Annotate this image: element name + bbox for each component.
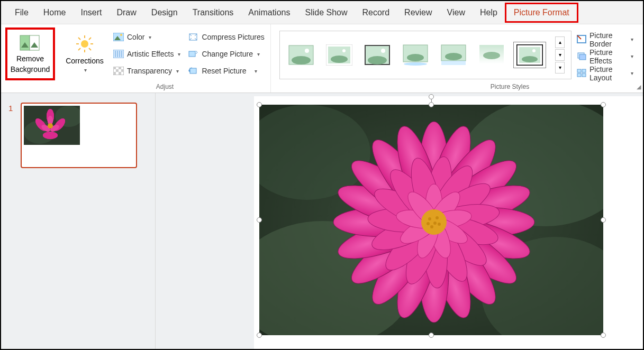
slide-thumbnail-panel: 1: [1, 93, 156, 349]
svg-point-134: [433, 222, 437, 225]
transparency-label: Transparency: [127, 67, 172, 75]
tab-view[interactable]: View: [440, 3, 473, 23]
compress-icon: [188, 32, 198, 42]
tab-help[interactable]: Help: [473, 3, 505, 23]
svg-rect-30: [190, 68, 196, 73]
styles-group-label: Picture Styles: [377, 83, 643, 90]
picture-styles-gallery: ▴ ▾ ▾: [279, 31, 572, 79]
reset-picture-icon: [188, 66, 198, 76]
transparency-button[interactable]: Transparency▾: [113, 63, 180, 78]
tab-home[interactable]: Home: [36, 3, 74, 23]
styles-dialog-launcher[interactable]: ◢: [637, 84, 641, 90]
resize-handle-nw[interactable]: [257, 102, 262, 107]
style-thumb-1[interactable]: [286, 43, 316, 67]
svg-rect-59: [577, 73, 581, 77]
svg-rect-27: [119, 72, 121, 75]
artistic-label: Artistic Effects: [127, 50, 174, 58]
tab-review[interactable]: Review: [397, 3, 439, 23]
svg-rect-60: [582, 73, 586, 77]
tab-draw[interactable]: Draw: [109, 3, 143, 23]
svg-rect-24: [116, 69, 119, 72]
reset-label: Reset Picture: [202, 67, 246, 75]
tab-file[interactable]: File: [7, 3, 36, 23]
svg-rect-26: [113, 72, 116, 75]
svg-point-4: [81, 40, 88, 48]
sun-icon: [76, 35, 94, 54]
style-thumb-3[interactable]: [362, 43, 392, 67]
svg-point-34: [305, 49, 309, 53]
border-label: Picture Border: [589, 31, 627, 48]
resize-handle-se[interactable]: [601, 333, 606, 338]
rotation-handle[interactable]: [429, 94, 434, 99]
change-picture-button[interactable]: Change Picture▾: [188, 47, 264, 61]
transparency-icon: [113, 66, 124, 76]
flower-image: [259, 105, 603, 335]
svg-line-10: [89, 48, 91, 50]
resize-handle-sw[interactable]: [257, 333, 262, 338]
picture-layout-icon: [577, 69, 586, 78]
slide-thumbnail-1[interactable]: [21, 103, 137, 168]
resize-handle-n[interactable]: [429, 102, 434, 107]
slide-canvas[interactable]: [156, 93, 643, 349]
chevron-down-icon: ▾: [631, 70, 633, 76]
reset-picture-button[interactable]: Reset Picture ▾: [188, 63, 264, 78]
remove-bg-label-1: Remove: [16, 54, 44, 63]
svg-point-15: [120, 34, 122, 36]
svg-rect-56: [579, 54, 586, 60]
resize-handle-w[interactable]: [257, 217, 262, 223]
svg-point-132: [430, 225, 433, 228]
corrections-button[interactable]: Corrections ▾: [64, 27, 106, 80]
resize-handle-e[interactable]: [601, 217, 606, 223]
gallery-more-button[interactable]: ▾: [555, 62, 565, 73]
style-thumb-7[interactable]: [515, 43, 545, 67]
compress-label: Compress Pictures: [202, 33, 264, 41]
svg-point-52: [522, 56, 538, 62]
picture-border-button[interactable]: Picture Border▾: [577, 33, 633, 47]
chevron-down-icon: ▾: [257, 51, 260, 57]
svg-line-11: [89, 38, 91, 40]
svg-rect-57: [577, 69, 581, 72]
slide-1: [254, 96, 643, 349]
svg-line-12: [78, 48, 80, 50]
style-thumb-5[interactable]: [439, 43, 468, 67]
picture-styles-options: Picture Border▾ Picture Effects▾ Picture…: [577, 30, 638, 80]
resize-handle-s[interactable]: [429, 333, 434, 338]
tab-animations[interactable]: Animations: [241, 3, 297, 23]
resize-handle-ne[interactable]: [601, 102, 606, 107]
tab-design[interactable]: Design: [144, 3, 185, 23]
gallery-down-button[interactable]: ▾: [555, 49, 565, 61]
tab-transitions[interactable]: Transitions: [185, 3, 241, 23]
chevron-down-icon: ▾: [255, 68, 257, 74]
chevron-down-icon: ▾: [176, 68, 179, 74]
compress-pictures-button[interactable]: Compress Pictures: [188, 30, 264, 44]
svg-rect-25: [121, 69, 124, 72]
layout-label: Picture Layout: [589, 65, 627, 82]
style-thumb-6[interactable]: [477, 43, 506, 67]
tab-picture-format[interactable]: Picture Format: [505, 3, 578, 23]
group-remove-background: Remove Background: [1, 24, 59, 93]
svg-point-53: [532, 49, 536, 52]
tab-insert[interactable]: Insert: [73, 3, 109, 23]
svg-point-49: [483, 52, 500, 59]
picture-layout-button[interactable]: Picture Layout▾: [577, 67, 633, 80]
group-picture-styles: ▴ ▾ ▾ Picture Border▾ Picture Effects▾ P…: [271, 24, 643, 93]
svg-point-44: [404, 62, 427, 66]
remove-background-button[interactable]: Remove Background: [5, 27, 55, 80]
svg-point-130: [436, 216, 439, 219]
selected-picture[interactable]: [259, 105, 603, 335]
svg-line-9: [78, 38, 80, 40]
adjust-column-2: Compress Pictures Change Picture▾ Reset …: [188, 27, 264, 80]
style-thumb-2[interactable]: [324, 43, 354, 67]
adjust-group-label: Adjust: [59, 83, 270, 90]
chevron-down-icon: ▾: [631, 53, 633, 59]
tab-record[interactable]: Record: [355, 3, 397, 23]
style-thumb-4[interactable]: [401, 43, 430, 67]
tab-slideshow[interactable]: Slide Show: [297, 3, 355, 23]
picture-effects-button[interactable]: Picture Effects▾: [577, 50, 633, 63]
ribbon-tabs: File Home Insert Draw Design Transitions…: [1, 1, 643, 24]
artistic-effects-button[interactable]: Artistic Effects▾: [113, 47, 180, 61]
color-button[interactable]: Color▾: [113, 30, 180, 44]
change-picture-icon: [188, 49, 198, 59]
svg-point-129: [428, 217, 431, 220]
gallery-up-button[interactable]: ▴: [555, 36, 565, 48]
